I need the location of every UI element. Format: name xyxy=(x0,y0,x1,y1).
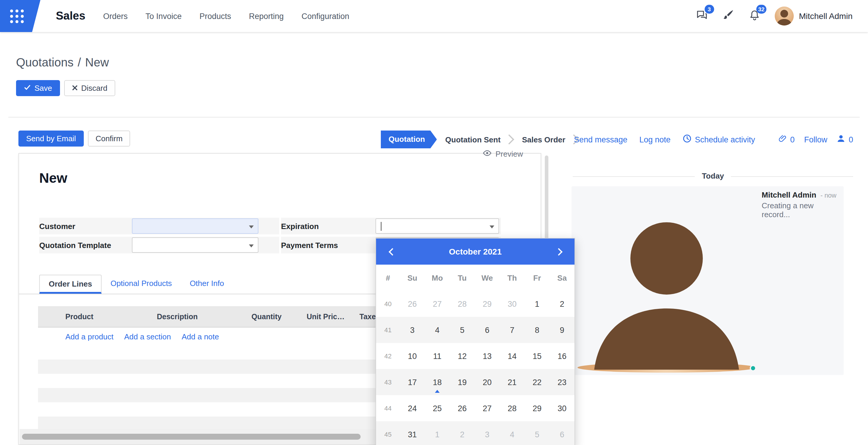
followers-button[interactable]: 0 xyxy=(837,134,853,145)
send-message-button[interactable]: Send message xyxy=(574,135,627,144)
calendar-day[interactable]: 2 xyxy=(450,421,475,445)
calendar-day[interactable]: 4 xyxy=(500,421,525,445)
eye-icon xyxy=(483,148,492,160)
horizontal-scrollbar[interactable] xyxy=(22,434,361,440)
schedule-activity-button[interactable]: Schedule activity xyxy=(682,134,755,145)
status-quotation[interactable]: Quotation xyxy=(381,131,437,148)
column-description[interactable]: Description xyxy=(148,306,237,327)
breadcrumb-current: New xyxy=(85,56,109,69)
calendar-day[interactable]: 30 xyxy=(550,395,575,421)
calendar-day[interactable]: 19 xyxy=(450,369,475,395)
calendar-day[interactable]: 3 xyxy=(400,317,425,343)
calendar-day[interactable]: 17 xyxy=(400,369,425,395)
add-a-section-link[interactable]: Add a section xyxy=(124,332,171,341)
next-month-button[interactable] xyxy=(552,245,565,258)
preview-button[interactable]: Preview xyxy=(483,148,523,160)
confirm-button[interactable]: Confirm xyxy=(88,131,130,146)
send-by-email-button[interactable]: Send by Email xyxy=(19,131,84,146)
calendar-day[interactable]: 4 xyxy=(425,317,450,343)
messages-button[interactable]: 3 xyxy=(695,9,708,24)
user-menu[interactable]: Mitchell Admin xyxy=(774,6,852,26)
customer-input[interactable] xyxy=(132,218,258,234)
calendar-day[interactable]: 23 xyxy=(550,369,575,395)
tab-optional-products[interactable]: Optional Products xyxy=(102,275,181,294)
calendar-day[interactable]: 28 xyxy=(450,291,475,317)
day-of-week-header: Su xyxy=(400,265,425,291)
apps-menu-button[interactable] xyxy=(0,0,40,32)
tab-other-info[interactable]: Other Info xyxy=(181,275,233,294)
expiration-input[interactable] xyxy=(375,218,499,234)
quotation-template-input[interactable] xyxy=(132,237,258,253)
prev-month-button[interactable] xyxy=(385,245,399,258)
calendar-day[interactable]: 24 xyxy=(400,395,425,421)
chatter-message: Mitchell Admin - now Creating a new reco… xyxy=(571,186,844,375)
calendar-day[interactable]: 9 xyxy=(550,317,575,343)
tab-order-lines[interactable]: Order Lines xyxy=(39,275,102,294)
app-name[interactable]: Sales xyxy=(56,9,85,23)
message-time: - now xyxy=(820,192,837,199)
calendar-day[interactable]: 1 xyxy=(425,421,450,445)
calendar-day[interactable]: 7 xyxy=(500,317,525,343)
calendar-day[interactable]: 27 xyxy=(425,291,450,317)
calendar-day[interactable]: 11 xyxy=(425,343,450,369)
followers-count: 0 xyxy=(849,135,853,144)
log-note-button[interactable]: Log note xyxy=(639,135,671,144)
calendar-day[interactable]: 20 xyxy=(475,369,500,395)
save-button[interactable]: Save xyxy=(16,80,60,96)
calendar-day[interactable]: 30 xyxy=(500,291,525,317)
calendar-day[interactable]: 31 xyxy=(400,421,425,445)
calendar-day[interactable]: 12 xyxy=(450,343,475,369)
calendar-day[interactable]: 26 xyxy=(450,395,475,421)
menu-reporting[interactable]: Reporting xyxy=(249,11,284,21)
follow-button[interactable]: Follow xyxy=(804,135,827,144)
menu-orders[interactable]: Orders xyxy=(103,11,128,21)
paintbrush-icon xyxy=(722,9,734,23)
calendar-day[interactable]: 14 xyxy=(500,343,525,369)
calendar-day[interactable]: 28 xyxy=(500,395,525,421)
calendar-day[interactable]: 22 xyxy=(525,369,550,395)
calendar-day[interactable]: 1 xyxy=(525,291,550,317)
schedule-activity-label: Schedule activity xyxy=(695,135,755,144)
calendar-day[interactable]: 5 xyxy=(450,317,475,343)
calendar-day[interactable]: 29 xyxy=(525,395,550,421)
week-number: 44 xyxy=(376,395,400,421)
calendar-day[interactable]: 21 xyxy=(500,369,525,395)
calendar-day[interactable]: 16 xyxy=(550,343,575,369)
column-unit-price[interactable]: Unit Pric… xyxy=(287,306,350,327)
datepicker-month-label[interactable]: October 2021 xyxy=(449,247,501,256)
calendar-day-today[interactable]: 18 xyxy=(425,369,450,395)
calendar-day[interactable]: 5 xyxy=(525,421,550,445)
attachments-button[interactable]: 0 xyxy=(778,134,795,145)
menu-to-invoice[interactable]: To Invoice xyxy=(146,11,182,21)
column-quantity[interactable]: Quantity xyxy=(237,306,287,327)
add-a-product-link[interactable]: Add a product xyxy=(65,332,114,341)
menu-products[interactable]: Products xyxy=(199,11,231,21)
calendar-day[interactable]: 6 xyxy=(475,317,500,343)
calendar-day[interactable]: 26 xyxy=(400,291,425,317)
breadcrumb-quotations[interactable]: Quotations xyxy=(16,56,73,69)
calendar-day[interactable]: 15 xyxy=(525,343,550,369)
calendar-day[interactable]: 8 xyxy=(525,317,550,343)
message-author[interactable]: Mitchell Admin xyxy=(762,191,816,199)
payment-terms-label: Payment Terms xyxy=(281,241,375,249)
statusbar: Quotation Quotation Sent Sales Order xyxy=(381,131,578,148)
activities-button[interactable] xyxy=(722,9,734,23)
calendar-day[interactable]: 10 xyxy=(400,343,425,369)
discard-button[interactable]: Discard xyxy=(64,80,115,96)
status-sales-order[interactable]: Sales Order xyxy=(514,135,569,144)
menu-configuration[interactable]: Configuration xyxy=(302,11,349,21)
add-a-note-link[interactable]: Add a note xyxy=(182,332,219,341)
check-icon xyxy=(24,84,31,93)
status-quotation-sent[interactable]: Quotation Sent xyxy=(437,135,504,144)
column-product[interactable]: Product xyxy=(56,306,148,327)
user-name: Mitchell Admin xyxy=(799,11,852,21)
notifications-button[interactable]: 32 xyxy=(748,9,760,24)
calendar-day[interactable]: 2 xyxy=(550,291,575,317)
calendar-day[interactable]: 27 xyxy=(475,395,500,421)
calendar-day[interactable]: 13 xyxy=(475,343,500,369)
calendar-day[interactable]: 29 xyxy=(475,291,500,317)
calendar-day[interactable]: 6 xyxy=(550,421,575,445)
week-number: 41 xyxy=(376,317,400,343)
calendar-day[interactable]: 25 xyxy=(425,395,450,421)
calendar-day[interactable]: 3 xyxy=(475,421,500,445)
